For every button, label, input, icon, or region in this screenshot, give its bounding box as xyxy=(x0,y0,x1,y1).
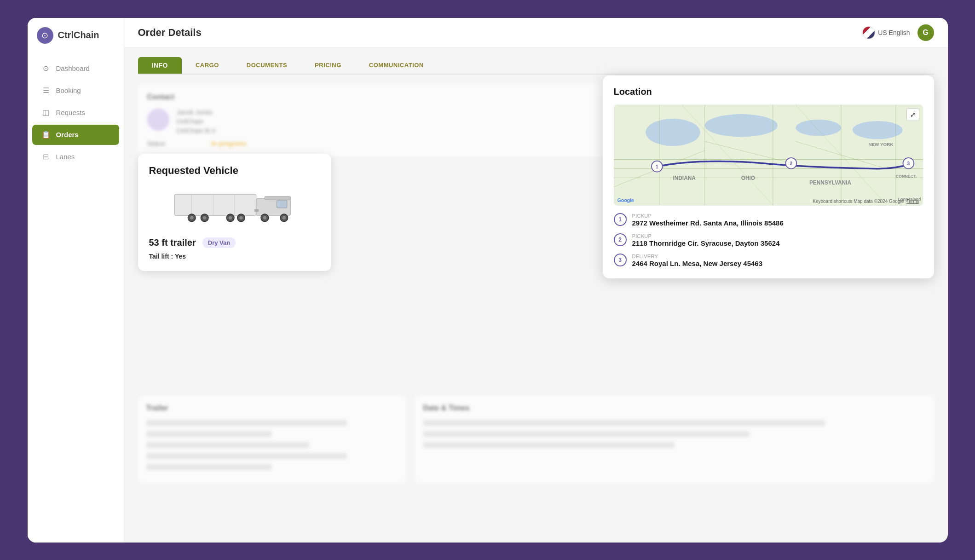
location-details-1: Pickup 2972 Westheimer Rd. Santa Ana, Il… xyxy=(632,213,784,227)
loc-address-2: 2118 Thornridge Cir. Syracuse, Dayton 35… xyxy=(632,239,780,247)
svg-text:NEW YORK: NEW YORK xyxy=(868,142,894,147)
contact-company: CtrlChain xyxy=(177,118,217,125)
trailer-row-1 xyxy=(146,420,347,426)
tail-lift: Tail lift : Yes xyxy=(149,253,320,260)
status-value: In progress xyxy=(211,140,246,147)
status-label: Status xyxy=(147,140,166,147)
vehicle-size: 53 ft trailer xyxy=(149,237,196,248)
svg-text:3: 3 xyxy=(907,160,910,166)
sidebar-label-booking: Booking xyxy=(56,87,81,94)
svg-point-15 xyxy=(239,216,242,219)
tab-cargo[interactable]: CARGO xyxy=(182,57,233,73)
vehicle-card-title: Requested Vehicle xyxy=(149,165,320,177)
map-footer: Keyboard shortcuts Map data ©2024 Google… xyxy=(813,199,919,204)
content-area: INFO CARGO DOCUMENTS PRICING COMMUNICATI… xyxy=(124,48,948,543)
vehicle-type-badge: Dry Van xyxy=(202,237,236,248)
map-expand-button[interactable]: ⤢ xyxy=(906,108,919,121)
loc-type-2: Pickup xyxy=(632,233,780,239)
svg-rect-6 xyxy=(265,196,290,199)
user-avatar[interactable]: G xyxy=(917,24,934,41)
sidebar: ⊙ CtrlChain ⊙ Dashboard ☰ Booking ◫ Requ… xyxy=(28,18,124,543)
truck-visual xyxy=(149,184,320,230)
tail-lift-value: Yes xyxy=(175,253,186,260)
dates-section: Date & Times xyxy=(415,396,934,483)
dates-row-2 xyxy=(423,431,750,437)
loc-address-1: 2972 Westheimer Rd. Santa Ana, Illinois … xyxy=(632,219,784,227)
sidebar-item-orders[interactable]: 📋 Orders xyxy=(32,125,119,145)
orders-icon: 📋 xyxy=(41,130,51,139)
location-details-2: Pickup 2118 Thornridge Cir. Syracuse, Da… xyxy=(632,233,780,247)
trailer-row-4 xyxy=(146,453,347,459)
map-container: INDIANA OHIO PENNSYLVANIA NEW YORK CONNE… xyxy=(614,104,923,206)
topbar: Order Details US English G xyxy=(124,18,948,48)
map-terms-link[interactable]: Terms xyxy=(906,199,919,204)
sidebar-item-requests[interactable]: ◫ Requests xyxy=(32,103,119,123)
logo-area: ⊙ CtrlChain xyxy=(28,27,124,58)
loc-type-3: Delivery xyxy=(632,254,763,259)
requests-icon: ◫ xyxy=(41,108,51,117)
google-logo: Google xyxy=(617,197,634,203)
svg-point-21 xyxy=(646,118,700,145)
svg-point-23 xyxy=(796,119,841,136)
svg-text:OHIO: OHIO xyxy=(741,175,755,181)
flag-icon xyxy=(862,26,875,39)
language-label: US English xyxy=(878,29,910,36)
contact-info: Jacob Jones CtrlChain CtrlChain B.V. xyxy=(177,109,217,134)
language-selector[interactable]: US English xyxy=(862,26,910,39)
bottom-blurred: Trailer Date & Times xyxy=(138,396,934,483)
svg-point-9 xyxy=(190,216,193,219)
trailer-row-3 xyxy=(146,442,310,448)
svg-text:2: 2 xyxy=(790,160,792,166)
sidebar-item-lanes[interactable]: ⊟ Lanes xyxy=(32,147,119,167)
vehicle-specs: 53 ft trailer Dry Van xyxy=(149,237,320,248)
svg-text:PENNSYLVANIA: PENNSYLVANIA xyxy=(809,179,851,186)
svg-text:CONNECT.: CONNECT. xyxy=(895,174,916,179)
trailer-row-5 xyxy=(146,464,272,470)
sidebar-label-requests: Requests xyxy=(56,109,85,116)
trailer-section: Trailer xyxy=(138,396,406,483)
tab-info[interactable]: INFO xyxy=(138,57,182,74)
pin-number-2: 2 xyxy=(618,237,622,243)
location-pin-2: 2 xyxy=(614,233,627,246)
tab-documents[interactable]: DOCUMENTS xyxy=(233,57,301,73)
location-modal: Location xyxy=(603,75,934,278)
svg-point-13 xyxy=(228,216,231,219)
location-item-2: 2 Pickup 2118 Thornridge Cir. Syracuse, … xyxy=(614,233,923,247)
svg-point-11 xyxy=(202,216,206,219)
pin-number-1: 1 xyxy=(618,216,622,223)
tabs-bar: INFO CARGO DOCUMENTS PRICING COMMUNICATI… xyxy=(138,57,934,75)
tail-lift-label: Tail lift : xyxy=(149,253,173,260)
pin-number-3: 3 xyxy=(618,257,622,263)
svg-point-24 xyxy=(852,121,902,139)
location-list: 1 Pickup 2972 Westheimer Rd. Santa Ana, … xyxy=(614,213,923,267)
sidebar-label-dashboard: Dashboard xyxy=(56,64,90,72)
svg-rect-7 xyxy=(254,209,258,212)
vehicle-card: Requested Vehicle xyxy=(138,154,331,271)
trailer-row-2 xyxy=(146,431,272,437)
lanes-icon: ⊟ xyxy=(41,152,51,162)
location-pin-3: 3 xyxy=(614,254,627,266)
svg-point-17 xyxy=(263,216,266,219)
main-content: Order Details US English G INFO CARGO DO… xyxy=(124,18,948,543)
dates-title: Date & Times xyxy=(423,404,926,412)
trailer-title: Trailer xyxy=(146,404,398,412)
dates-row-3 xyxy=(423,442,675,448)
dashboard-icon: ⊙ xyxy=(41,64,51,73)
booking-icon: ☰ xyxy=(41,86,51,95)
sidebar-label-lanes: Lanes xyxy=(56,153,75,161)
map-svg: INDIANA OHIO PENNSYLVANIA NEW YORK CONNE… xyxy=(614,104,923,206)
svg-text:INDIANA: INDIANA xyxy=(673,175,696,181)
tab-communication[interactable]: COMMUNICATION xyxy=(355,57,438,73)
location-modal-title: Location xyxy=(614,87,923,97)
topbar-right: US English G xyxy=(862,24,934,41)
contact-avatar xyxy=(147,109,169,131)
svg-text:1: 1 xyxy=(655,163,658,169)
sidebar-item-dashboard[interactable]: ⊙ Dashboard xyxy=(32,58,119,79)
logo-icon: ⊙ xyxy=(37,27,53,44)
sidebar-item-booking[interactable]: ☰ Booking xyxy=(32,81,119,101)
app-name: CtrlChain xyxy=(58,30,99,40)
tab-pricing[interactable]: PRICING xyxy=(301,57,355,73)
location-details-3: Delivery 2464 Royal Ln. Mesa, New Jersey… xyxy=(632,254,763,267)
svg-point-19 xyxy=(282,216,285,219)
dates-row-1 xyxy=(423,420,825,426)
